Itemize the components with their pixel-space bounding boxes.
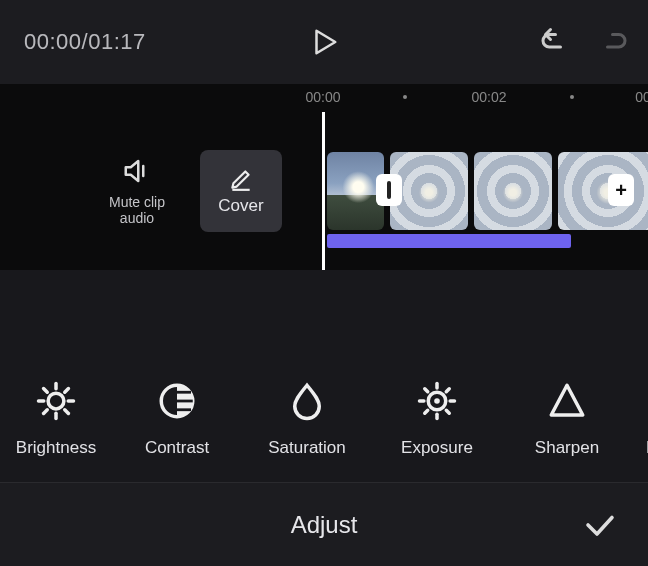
clip-trim-handle-left[interactable] xyxy=(376,174,402,206)
exposure-icon xyxy=(416,380,458,422)
playhead[interactable] xyxy=(322,112,325,270)
tool-sharpen[interactable]: Sharpen xyxy=(502,380,632,458)
mute-label: Mute clip audio xyxy=(109,194,165,226)
timeline-strip[interactable]: Mute clip audio Cover xyxy=(0,112,648,270)
cover-label: Cover xyxy=(218,196,263,216)
speaker-icon xyxy=(119,156,155,186)
saturation-icon xyxy=(286,380,328,422)
timeline-ruler[interactable]: 00:00 00:02 00 xyxy=(0,84,648,112)
ruler-label: 00:00 xyxy=(305,89,340,105)
ruler-label: 00:02 xyxy=(471,89,506,105)
panel-title: Adjust xyxy=(291,511,358,539)
tool-brightness[interactable]: Brightness xyxy=(0,380,112,458)
confirm-button[interactable] xyxy=(580,505,620,545)
tool-label: Saturation xyxy=(268,438,346,458)
spacer xyxy=(0,270,648,356)
tool-label: Contrast xyxy=(145,438,209,458)
contrast-icon xyxy=(156,380,198,422)
svg-line-23 xyxy=(425,410,428,413)
ruler-tick xyxy=(403,95,407,99)
adjust-tools-row: Brightness Contrast Saturation xyxy=(0,356,648,482)
clip-thumbnail[interactable] xyxy=(474,152,552,230)
tool-label: Exposure xyxy=(401,438,473,458)
svg-line-24 xyxy=(446,389,449,392)
redo-button[interactable] xyxy=(598,25,632,59)
play-button[interactable] xyxy=(308,26,340,58)
svg-line-21 xyxy=(425,389,428,392)
svg-line-9 xyxy=(44,410,48,414)
audio-track[interactable] xyxy=(327,234,571,248)
transport-bar: 00:00/01:17 xyxy=(0,0,648,84)
check-icon xyxy=(582,507,618,543)
svg-line-8 xyxy=(65,410,69,414)
undo-button[interactable] xyxy=(536,25,570,59)
cover-button[interactable]: Cover xyxy=(200,150,282,232)
ruler-label: 00 xyxy=(635,89,648,105)
timecode: 00:00/01:17 xyxy=(24,29,146,55)
tool-saturation[interactable]: Saturation xyxy=(242,380,372,458)
tool-highlight[interactable]: Highlig xyxy=(632,380,648,458)
pencil-icon xyxy=(228,166,254,192)
tool-contrast[interactable]: Contrast xyxy=(112,380,242,458)
svg-line-7 xyxy=(44,389,48,393)
mute-clip-audio-button[interactable]: Mute clip audio xyxy=(82,156,192,226)
tool-label: Sharpen xyxy=(535,438,599,458)
clip-thumbnail[interactable] xyxy=(558,152,648,230)
svg-line-10 xyxy=(65,389,69,393)
svg-point-2 xyxy=(48,393,64,409)
svg-point-16 xyxy=(434,398,440,404)
svg-line-22 xyxy=(446,410,449,413)
panel-footer: Adjust xyxy=(0,482,648,566)
brightness-icon xyxy=(35,380,77,422)
tool-exposure[interactable]: Exposure xyxy=(372,380,502,458)
ruler-tick xyxy=(570,95,574,99)
tool-label: Brightness xyxy=(16,438,96,458)
sharpen-icon xyxy=(546,380,588,422)
add-clip-button[interactable] xyxy=(608,174,634,206)
